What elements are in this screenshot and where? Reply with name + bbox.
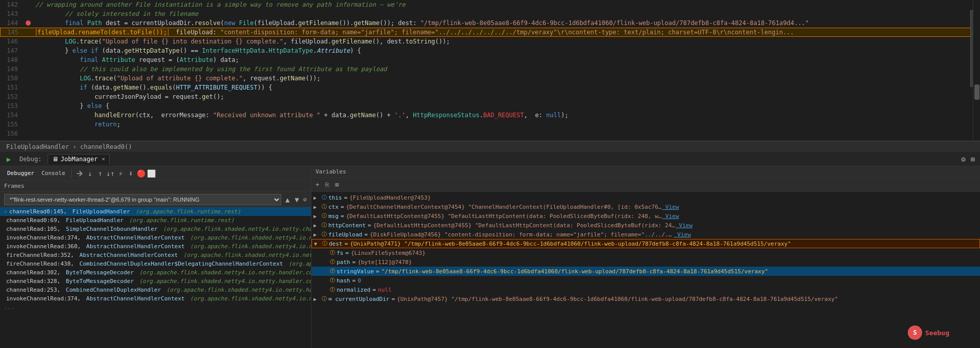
line-number: 152 (0, 93, 23, 100)
frame-name: channelRead:253, (6, 287, 64, 293)
frame-item[interactable]: channelRead:328, ByteToMessageDecoder (o… (0, 277, 311, 286)
var-equals: = (364, 231, 368, 238)
frame-item[interactable]: channelRead0:69, FileUploadHandler (org.… (0, 216, 311, 225)
var-name: normalized (337, 287, 370, 293)
frame-class: CombinedChannelDuplexHandler$DelegatingC… (79, 260, 286, 267)
debug-right-panel: Variables + ⎘ ⊞ ▶ ⓘ this = {FileUploadHa (311, 166, 980, 348)
line-content: // this could also be implemented by usi… (33, 66, 980, 73)
settings-icon[interactable]: ⚙ (960, 154, 966, 164)
view-link[interactable]: View (662, 204, 978, 210)
line-number: 155 (0, 121, 23, 128)
step-out-button[interactable]: ↑ (95, 169, 105, 178)
variable-path[interactable]: ⓕ path = {byte[112]@7478} (311, 257, 980, 267)
step-over-button[interactable] (75, 169, 84, 178)
evaluate-button[interactable]: ⚡ (116, 169, 125, 178)
var-type-icon: ⓕ (330, 258, 335, 266)
code-editor: 142 // wrapping around another File inst… (0, 0, 980, 141)
expand-icon: ▶ (314, 213, 322, 219)
line-content: LOG.trace("Upload of attribute {} comple… (33, 75, 980, 82)
line-number: 154 (0, 112, 23, 119)
expand-icon: ▼ (314, 241, 322, 247)
run-to-cursor-button[interactable]: ↓↑ (106, 169, 115, 178)
resume-button[interactable]: ▶ (4, 155, 13, 164)
view-link[interactable]: View (676, 222, 978, 229)
var-type-icon: ⓕ (330, 249, 335, 256)
var-type-icon: ⓘ (322, 212, 327, 220)
resume-all-button[interactable]: ⬜ (147, 169, 156, 178)
variable-msg[interactable]: ▶ ⓘ msg = {DefaultLastHttpContent@7455} … (311, 211, 980, 221)
var-equals: = (376, 268, 380, 275)
debugger-button[interactable]: Debugger (4, 169, 37, 178)
frames-label: Frames (0, 181, 311, 192)
variable-fileupload[interactable]: ▶ ⓘ fileUpload = {DiskFileUpload@7456} "… (311, 230, 980, 239)
debug-left-panel: Debugger Console ↓ ↑ ↓↑ ⚡ ⬇ 🔴 ⬜ Frames (0, 166, 311, 348)
frame-item[interactable]: channelRead:105, SimpleChannelInboundHan… (0, 225, 311, 233)
frame-name: invokeChannelRead:374, (6, 234, 84, 241)
variable-this[interactable]: ▶ ⓘ this = {FileUploadHandler@7453} (311, 193, 980, 202)
variable-hash[interactable]: ⓕ hash = 0 (311, 276, 980, 285)
stop-button[interactable]: 🔴 (136, 169, 145, 178)
frame-pkg: (org.apache.flink.shaded.netty4.io.netty… (163, 226, 311, 232)
filter-frames-button[interactable]: ⊘ (303, 196, 307, 203)
add-watch-button[interactable]: + (314, 180, 321, 189)
line-content: } else { (33, 102, 980, 110)
frame-name: invokeChannelRead:374, (6, 295, 84, 302)
view-link[interactable]: View (674, 231, 978, 238)
code-line-144: 144 final Path dest = currentUploadDir.r… (0, 18, 980, 28)
tab-jobmanager[interactable]: 🖥 JobManager ✕ (48, 154, 110, 164)
frame-item[interactable]: invokeChannelRead:360, AbstractChannelHa… (0, 242, 311, 251)
prev-thread-button[interactable]: ▲ (284, 194, 290, 205)
frame-item[interactable]: channelRead:302, ByteToMessageDecoder (o… (0, 268, 311, 277)
frame-item[interactable]: invokeChannelRead:374, AbstractChannelHa… (0, 233, 311, 242)
step-into-button[interactable]: ↓ (85, 169, 94, 178)
frames-list: ✓ channelRead0:145, FileUploadHandler (o… (0, 207, 311, 348)
view-link[interactable]: View (662, 213, 978, 220)
variable-currentuploaddir[interactable]: ▶ ⓘ ∞ currentUploadDir = {UnixPath@7457}… (311, 294, 980, 303)
frame-item[interactable]: fireChannelRead:352, AbstractChannelHand… (0, 251, 311, 259)
variable-normalized[interactable]: ⓕ normalized = null (311, 285, 980, 294)
thread-selector[interactable]: *"flink-rest-server-netty-worker-thread-… (4, 194, 281, 205)
frame-item[interactable]: invokeChannelRead:374, AbstractChannelHa… (0, 294, 311, 303)
line-content: LOG.trace("Upload of file {} into destin… (33, 38, 980, 45)
variable-ctx[interactable]: ▶ ⓘ ctx = {DefaultChannelHandlerContext@… (311, 202, 980, 211)
line-number: 144 (0, 19, 23, 27)
var-value: {LinuxFileSystem@6743} (351, 250, 978, 256)
frame-item[interactable]: channelRead:253, CombinedChannelDuplexHa… (0, 286, 311, 294)
seebug-icon: S (908, 325, 922, 340)
frame-item[interactable]: fireChannelRead:438, CombinedChannelDupl… (0, 259, 311, 268)
line-content: currentJsonPayload = request.get(); (33, 93, 980, 100)
var-type-icon: ⓘ (322, 240, 327, 247)
tab-close-icon[interactable]: ✕ (102, 156, 106, 162)
frame-name: fireChannelRead:352, (6, 252, 77, 258)
frame-item[interactable]: ... (0, 303, 311, 312)
copy-button[interactable]: ⎘ (323, 180, 331, 189)
editor-scrollbar[interactable] (973, 0, 980, 141)
var-type-icon: ⓘ (322, 222, 327, 229)
layout-icon[interactable]: ⊞ (970, 154, 976, 164)
breadcrumb: FileUploadHandler › channelRead0() (6, 143, 132, 150)
frame-name: ... (4, 304, 14, 311)
console-button[interactable]: Console (38, 169, 68, 178)
frame-class: ByteToMessageDecoder (66, 269, 137, 276)
frame-item[interactable]: ✓ channelRead0:145, FileUploadHandler (o… (0, 207, 311, 216)
frames-toolbar: *"flink-rest-server-netty-worker-thread-… (0, 192, 311, 207)
frame-name: invokeChannelRead:360, (6, 243, 84, 250)
variable-httpcontent[interactable]: ▶ ⓘ httpContent = {DefaultLastHttpConten… (311, 221, 980, 230)
debug-panel: ▶ Debug: 🖥 JobManager ✕ ⚙ ⊞ Debugger (0, 152, 980, 348)
expand-icon: ▶ (314, 223, 322, 228)
frame-class: AbstractChannelHandlerContext (86, 295, 188, 302)
line-number: 149 (0, 66, 23, 73)
force-step-into-button[interactable]: ⬇ (126, 169, 135, 178)
code-line-151: 151 if (data.getName().equals(HTTP_ATTRI… (0, 83, 980, 92)
var-value: {UnixPath@7457} "/tmp/flink-web-8e05aae8… (397, 296, 978, 302)
debug-tabs-bar: ▶ Debug: 🖥 JobManager ✕ ⚙ ⊞ (0, 152, 980, 166)
var-value: {DefaultLastHttpContent@7455} "DefaultLa… (373, 222, 675, 229)
variable-dest[interactable]: ▼ ⓘ dest = {UnixPath@7471} "/tmp/flink-w… (311, 239, 980, 248)
debug-content: Debugger Console ↓ ↑ ↓↑ ⚡ ⬇ 🔴 ⬜ Frames (0, 166, 980, 348)
next-thread-button[interactable]: ▼ (294, 194, 300, 205)
expand-icon: ▶ (314, 204, 322, 210)
code-line-142: 142 // wrapping around another File inst… (0, 0, 980, 9)
variable-stringvalue[interactable]: ⓕ stringValue = "/tmp/flink-web-8e05aae8… (311, 267, 980, 276)
variable-fs[interactable]: ⓕ fs = {LinuxFileSystem@6743} (311, 248, 980, 257)
expand-all-button[interactable]: ⊞ (333, 180, 341, 189)
